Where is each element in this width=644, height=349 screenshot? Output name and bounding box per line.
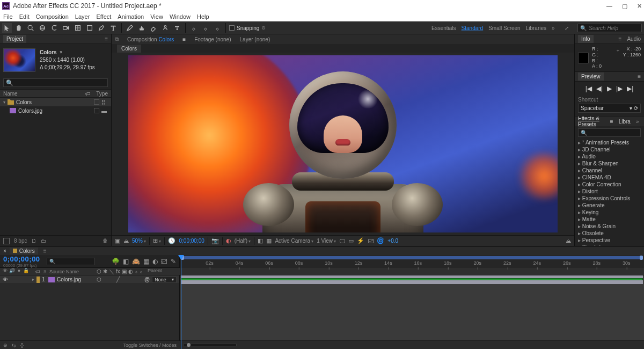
effects-category[interactable]: Simulation	[575, 244, 644, 246]
project-search[interactable]: 🔍	[3, 78, 108, 87]
panel-menu-icon[interactable]: ≡	[105, 36, 108, 42]
menu-file[interactable]: File	[3, 13, 13, 20]
zoom-knob[interactable]	[187, 343, 191, 347]
disclosure-icon[interactable]: ▾	[3, 100, 5, 105]
viewer-timecode[interactable]: 0;00;00;00	[179, 238, 204, 244]
effects-category[interactable]: Audio	[575, 153, 644, 160]
effects-category[interactable]: Expression Controls	[575, 195, 644, 202]
col-name[interactable]: Name	[3, 91, 18, 97]
effects-category[interactable]: CINEMA 4D	[575, 174, 644, 181]
comp-subtab[interactable]: Colors	[117, 45, 141, 53]
render-queue-icon[interactable]: ×	[3, 248, 6, 254]
effects-category[interactable]: Perspective	[575, 237, 644, 244]
effects-presets-tab[interactable]: Effects & Presets	[578, 117, 605, 127]
lock-col-icon[interactable]: 🔒	[23, 268, 29, 275]
hand-tool[interactable]	[14, 23, 24, 33]
active-camera-select[interactable]: Active Camera	[275, 238, 313, 244]
work-area[interactable]	[181, 256, 643, 259]
pickwhip-icon[interactable]: @	[144, 277, 150, 282]
mount-icon[interactable]: ⛰	[123, 238, 129, 244]
menu-edit[interactable]: Edit	[19, 13, 30, 20]
snapshot-icon[interactable]: 📷	[211, 237, 219, 244]
effects-search[interactable]: 🔍	[578, 128, 641, 137]
label-col-icon[interactable]: 🏷	[35, 269, 40, 274]
timeline-search[interactable]: 🔍	[47, 258, 95, 265]
panel-menu-icon[interactable]: ≡	[638, 74, 641, 79]
effects-category[interactable]: Matte	[575, 216, 644, 223]
current-timecode[interactable]: 0;00;00;00	[3, 255, 40, 263]
comp-thumbnail[interactable]	[3, 48, 35, 72]
comp-mini-flowchart-icon[interactable]: 🌳	[112, 258, 120, 265]
label-swatch[interactable]	[94, 108, 99, 113]
overflow-icon[interactable]: »	[636, 119, 641, 125]
expand-transform-icon[interactable]: ⊕	[3, 343, 8, 348]
next-frame-button[interactable]: |▶	[616, 85, 623, 92]
video-toggle[interactable]: 👁	[2, 277, 8, 282]
transparency-grid-icon[interactable]: ▦	[266, 237, 272, 244]
exposure-value[interactable]: +0.0	[387, 238, 398, 244]
effects-category[interactable]: Animation Presets	[575, 139, 644, 146]
play-button[interactable]: ▶	[607, 85, 612, 92]
flowchart-arrow-icon[interactable]: ▼	[59, 49, 63, 55]
comp-flowchart-icon[interactable]: 🌀	[377, 237, 384, 244]
effects-category[interactable]: Keying	[575, 209, 644, 216]
rotation-tool[interactable]	[49, 23, 59, 33]
hide-shy-icon[interactable]: 🙈	[132, 258, 140, 265]
orbit-tool[interactable]	[38, 23, 47, 33]
effects-category[interactable]: Generate	[575, 202, 644, 209]
flowchart-icon[interactable]: ⧉	[115, 36, 119, 42]
help-search-input[interactable]	[589, 25, 639, 31]
shortcut-select[interactable]: Spacebar ▾ ⟳	[578, 104, 641, 113]
zoom-level[interactable]: 50%	[132, 238, 146, 244]
brush-tool[interactable]	[125, 23, 135, 33]
channel-icon[interactable]: ◐	[226, 237, 231, 244]
col-label-icon[interactable]: 🏷	[85, 91, 91, 97]
footage-tab[interactable]: Footage (none)	[194, 37, 231, 42]
video-col-icon[interactable]: 👁	[2, 268, 8, 275]
close-button[interactable]: ✕	[637, 3, 642, 10]
parent-select[interactable]: None ▾	[152, 277, 177, 283]
pixel-aspect-icon[interactable]: ▭	[348, 237, 354, 244]
draft3d-icon[interactable]: ◧	[123, 258, 129, 265]
work-area-end-handle[interactable]	[640, 256, 643, 260]
pan-behind-tool[interactable]	[73, 23, 83, 33]
share-view-icon[interactable]: 🖵	[339, 238, 345, 244]
label-swatch[interactable]	[94, 99, 99, 105]
quality-switch[interactable]: ╱	[116, 277, 120, 282]
workspace-essentials[interactable]: Essentials	[431, 25, 456, 31]
menu-help[interactable]: Help	[197, 13, 209, 20]
world-axis-icon[interactable]: ⬦	[201, 23, 210, 33]
menu-animation[interactable]: Animation	[118, 13, 144, 20]
timeline-icon[interactable]: 🗠	[368, 238, 374, 244]
project-item-image[interactable]: Colors.jpg ▬	[0, 106, 111, 115]
layer-label-color[interactable]	[36, 277, 40, 283]
mount-icon[interactable]: ⛰	[566, 238, 571, 244]
project-tab[interactable]: Project	[3, 35, 26, 43]
layer-in-out-bar[interactable]	[181, 278, 643, 280]
shape-tool[interactable]	[85, 23, 94, 33]
timeline-comp-tab[interactable]: Colors	[10, 248, 38, 255]
panel-menu-icon[interactable]: ≡	[610, 119, 613, 125]
composition-tab[interactable]: Composition Colors	[127, 37, 174, 42]
motion-blur-icon[interactable]: ◐	[152, 258, 158, 265]
clone-stamp-tool[interactable]	[137, 23, 147, 33]
panel-menu-icon[interactable]: ≡	[619, 36, 622, 42]
brainstorm-icon[interactable]: ✎	[171, 258, 176, 265]
selection-tool[interactable]	[2, 23, 12, 33]
project-item-folder[interactable]: ▾ Colors ⣿	[0, 98, 111, 106]
views-select[interactable]: 1 View	[317, 238, 336, 244]
effects-category[interactable]: Channel	[575, 167, 644, 174]
effects-category[interactable]: Distort	[575, 188, 644, 195]
resolution-icon[interactable]: ⊞	[153, 237, 161, 244]
preview-tab[interactable]: Preview	[578, 72, 604, 81]
snapping-toggle[interactable]: Snapping ⚙	[229, 25, 266, 31]
shy-switch[interactable]: ⬡	[97, 277, 101, 282]
effects-category[interactable]: 3D Channel	[575, 146, 644, 153]
source-name-col[interactable]: Source Name	[49, 269, 79, 274]
disclosure-icon[interactable]: ▸	[32, 277, 34, 282]
effects-category[interactable]: Obsolete	[575, 230, 644, 237]
last-frame-button[interactable]: ▶|	[627, 85, 633, 92]
workspace-standard[interactable]: Standard	[462, 25, 484, 31]
effects-category[interactable]: Noise & Grain	[575, 223, 644, 230]
local-axis-icon[interactable]: ⬦	[189, 23, 199, 33]
